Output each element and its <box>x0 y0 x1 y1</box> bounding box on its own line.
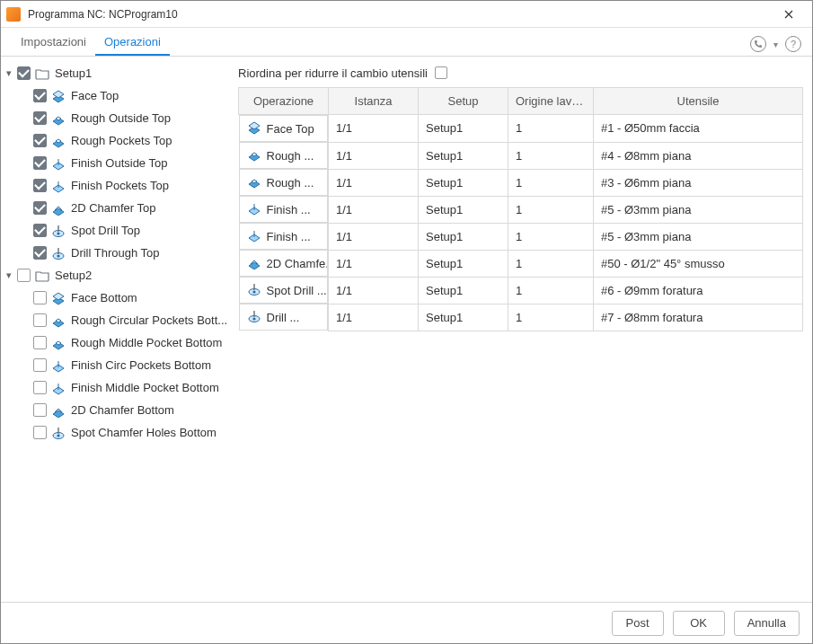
table-row[interactable]: Rough ...1/1Setup11#4 - Ø8mm piana <box>239 142 803 169</box>
table-row[interactable]: 2D Chamfe...1/1Setup11#50 - Ø1/2" 45° sm… <box>239 250 803 277</box>
tree-op-row[interactable]: Rough Middle Pocket Bottom <box>1 331 233 354</box>
cell-origine: 1 <box>508 304 594 331</box>
help-icon[interactable]: ? <box>785 36 801 52</box>
tabs-row: Impostazioni Operazioni ▾ ? <box>1 28 812 57</box>
tree-checkbox[interactable] <box>33 111 47 125</box>
tree-checkbox[interactable] <box>33 246 47 260</box>
tree-checkbox[interactable] <box>33 89 47 102</box>
tree-checkbox[interactable] <box>33 224 47 237</box>
cell-istanza: 1/1 <box>329 196 419 223</box>
tree-setup-label: Setup2 <box>55 269 92 282</box>
cell-op: Drill ... <box>239 304 329 331</box>
cell-setup: Setup1 <box>419 277 508 304</box>
tree-checkbox[interactable] <box>33 201 47 215</box>
col-header-tool[interactable]: Utensile <box>594 88 803 115</box>
tab-operations[interactable]: Operazioni <box>95 29 170 56</box>
footer: Post OK Annulla <box>1 602 812 643</box>
cell-op: Rough ... <box>239 142 329 169</box>
cell-istanza: 1/1 <box>329 250 419 277</box>
table-row[interactable]: Drill ...1/1Setup11#7 - Ø8mm foratura <box>239 304 803 331</box>
table-row[interactable]: Finish ...1/1Setup11#5 - Ø3mm piana <box>239 196 803 223</box>
tree-checkbox[interactable] <box>33 313 47 327</box>
ok-button[interactable]: OK <box>673 611 725 636</box>
tree-op-row[interactable]: Finish Middle Pocket Bottom <box>1 376 233 399</box>
operations-tree[interactable]: ▾Setup1Face TopRough Outside TopRough Po… <box>1 57 233 602</box>
tree-checkbox[interactable] <box>33 291 47 304</box>
cell-op: Finish ... <box>239 196 329 223</box>
tree-setup-row[interactable]: ▾Setup2 <box>1 264 233 287</box>
tree-op-row[interactable]: Finish Pockets Top <box>1 174 233 197</box>
expand-toggle-icon[interactable]: ▾ <box>3 67 15 79</box>
tree-checkbox[interactable] <box>33 134 47 147</box>
tree-op-row[interactable]: Finish Circ Pockets Bottom <box>1 354 233 376</box>
face-icon <box>51 291 66 305</box>
cell-origine: 1 <box>508 277 594 304</box>
drill-icon <box>51 224 66 238</box>
finish-icon <box>51 358 66 373</box>
svg-point-3 <box>57 254 59 257</box>
tree-checkbox[interactable] <box>33 381 47 394</box>
table-row[interactable]: Face Top1/1Setup11#1 - Ø50mm faccia <box>239 115 803 143</box>
cell-origine: 1 <box>508 196 594 223</box>
expand-toggle-icon[interactable]: ▾ <box>3 269 15 281</box>
tab-settings[interactable]: Impostazioni <box>12 29 95 56</box>
tree-checkbox[interactable] <box>17 269 31 282</box>
folder-icon <box>35 269 49 283</box>
tree-checkbox[interactable] <box>33 403 47 417</box>
tree-op-row[interactable]: 2D Chamfer Top <box>1 197 233 219</box>
post-button[interactable]: Post <box>612 611 664 636</box>
close-button[interactable] <box>771 2 807 27</box>
tree-op-row[interactable]: Rough Pockets Top <box>1 129 233 152</box>
tree-op-label: Face Bottom <box>71 291 137 304</box>
tree-op-row[interactable]: Drill Through Top <box>1 242 233 264</box>
phone-icon[interactable] <box>750 36 766 52</box>
tree-op-label: Rough Middle Pocket Bottom <box>71 336 222 349</box>
chevron-down-icon[interactable]: ▾ <box>773 40 778 49</box>
svg-point-7 <box>252 290 255 293</box>
tree-setup-row[interactable]: ▾Setup1 <box>1 62 233 84</box>
folder-icon <box>35 66 49 81</box>
cell-op-label: Drill ... <box>267 311 300 324</box>
reorder-checkbox[interactable] <box>435 66 447 79</box>
tree-op-row[interactable]: Rough Circular Pockets Bott... <box>1 309 233 331</box>
cell-istanza: 1/1 <box>329 115 419 143</box>
tree-op-row[interactable]: Spot Chamfer Holes Bottom <box>1 421 233 444</box>
col-header-op[interactable]: Operazione <box>239 88 329 115</box>
col-header-setup[interactable]: Setup <box>419 88 508 115</box>
col-header-orig[interactable]: Origine lavoro <box>508 88 594 115</box>
chamfer-icon <box>247 255 261 272</box>
tree-op-label: Finish Pockets Top <box>71 179 169 192</box>
tree-checkbox[interactable] <box>33 156 47 170</box>
chamfer-icon <box>51 403 66 418</box>
tree-op-label: Face Top <box>71 89 119 102</box>
tree-checkbox[interactable] <box>33 336 47 349</box>
tree-op-row[interactable]: Rough Outside Top <box>1 107 233 129</box>
cell-istanza: 1/1 <box>329 142 419 169</box>
rough-icon <box>247 147 261 164</box>
tree-checkbox[interactable] <box>33 426 47 439</box>
tree-checkbox[interactable] <box>33 358 47 372</box>
cell-op-label: 2D Chamfe... <box>267 257 329 270</box>
app-icon <box>6 7 21 22</box>
rough-icon <box>247 174 261 191</box>
cell-istanza: 1/1 <box>329 277 419 304</box>
tree-op-row[interactable]: Spot Drill Top <box>1 219 233 242</box>
tree-op-row[interactable]: Face Bottom <box>1 287 233 309</box>
reorder-label: Riordina per ridurre il cambio utensili <box>238 66 428 80</box>
cell-utensile: #5 - Ø3mm piana <box>594 196 803 223</box>
finish-icon <box>51 381 66 395</box>
table-row[interactable]: Spot Drill ...1/1Setup11#6 - Ø9mm foratu… <box>239 277 803 304</box>
tree-op-row[interactable]: Face Top <box>1 84 233 107</box>
col-header-ist[interactable]: Istanza <box>329 88 419 115</box>
titlebar: Programma NC: NCProgram10 <box>1 1 812 28</box>
tree-op-row[interactable]: 2D Chamfer Bottom <box>1 399 233 421</box>
tree-op-row[interactable]: Finish Outside Top <box>1 152 233 174</box>
cell-op-label: Rough ... <box>267 176 314 190</box>
table-row[interactable]: Finish ...1/1Setup11#5 - Ø3mm piana <box>239 223 803 250</box>
cancel-button[interactable]: Annulla <box>734 611 800 636</box>
tree-checkbox[interactable] <box>33 179 47 192</box>
tree-checkbox[interactable] <box>17 66 31 80</box>
svg-point-1 <box>57 232 59 234</box>
table-row[interactable]: Rough ...1/1Setup11#3 - Ø6mm piana <box>239 169 803 196</box>
cell-utensile: #3 - Ø6mm piana <box>594 169 803 196</box>
